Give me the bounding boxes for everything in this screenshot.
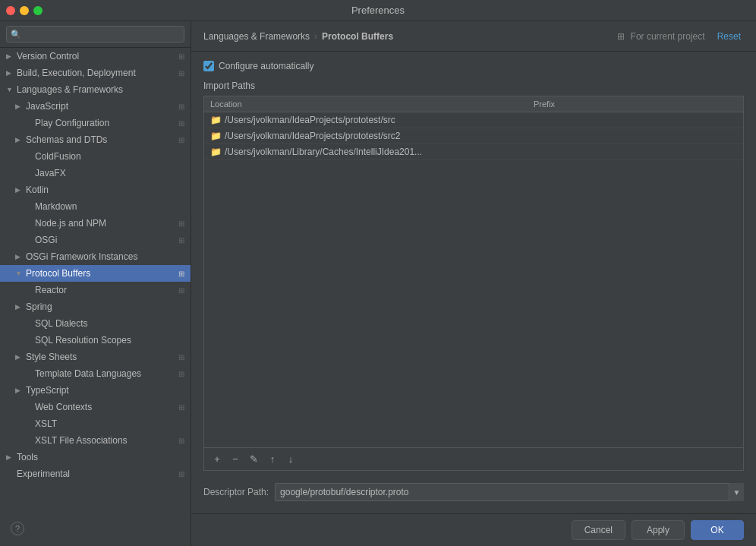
sidebar-item-reactor[interactable]: Reactor⊞	[0, 282, 191, 298]
table-row[interactable]: 📁/Users/jvolkman/IdeaProjects/prototest/…	[204, 112, 743, 128]
configure-auto-checkbox[interactable]	[203, 61, 214, 71]
folder-icon: 📁	[210, 131, 222, 141]
breadcrumb-separator: ›	[314, 31, 317, 42]
sidebar-item-label: Spring	[26, 301, 184, 312]
descriptor-dropdown-button[interactable]: ▼	[729, 483, 744, 501]
minimize-button[interactable]	[20, 6, 29, 15]
item-settings-icon: ⊞	[178, 370, 184, 378]
prefix-cell	[474, 144, 743, 160]
sidebar-item-play-configuration[interactable]: Play Configuration⊞	[0, 115, 191, 131]
prefix-cell	[474, 112, 743, 128]
breadcrumb: Languages & Frameworks › Protocol Buffer…	[203, 31, 393, 42]
sidebar-item-osgi[interactable]: OSGi⊞	[0, 232, 191, 248]
sidebar-item-label: XSLT File Associations	[35, 435, 178, 446]
move-up-button[interactable]: ↑	[264, 451, 281, 467]
sidebar-item-label: Experimental	[17, 469, 178, 479]
sidebar-item-version-control[interactable]: Version Control⊞	[0, 48, 191, 65]
sidebar-item-javafx[interactable]: JavaFX	[0, 165, 191, 181]
sidebar-item-protocol-buffers[interactable]: Protocol Buffers⊞	[0, 265, 191, 282]
sidebar-item-label: OSGi Framework Instances	[26, 251, 184, 262]
location-cell: 📁/Users/jvolkman/IdeaProjects/prototest/…	[204, 128, 474, 144]
folder-icon: 📁	[210, 147, 222, 157]
project-icon: ⊞	[617, 31, 625, 42]
sidebar-item-markdown[interactable]: Markdown	[0, 198, 191, 215]
sidebar-item-kotlin[interactable]: Kotlin	[0, 181, 191, 198]
main-layout: 🔍 Version Control⊞Build, Execution, Depl…	[0, 21, 756, 546]
location-text: /Users/jvolkman/IdeaProjects/prototest/s…	[225, 131, 400, 141]
col-prefix-header: Prefix	[528, 96, 743, 112]
sidebar-item-label: JavaFX	[35, 168, 184, 178]
sidebar-item-osgi-framework[interactable]: OSGi Framework Instances	[0, 248, 191, 265]
configure-auto-row: Configure automatically	[203, 61, 744, 71]
sidebar-item-label: Schemas and DTDs	[26, 134, 178, 145]
item-settings-icon: ⊞	[178, 470, 184, 478]
search-icon: 🔍	[11, 30, 21, 39]
arrow-icon	[15, 253, 23, 260]
sidebar-item-label: ColdFusion	[35, 151, 184, 162]
edit-path-button[interactable]: ✎	[245, 451, 263, 467]
sidebar-item-label: Web Contexts	[35, 402, 178, 412]
sidebar-item-web-contexts[interactable]: Web Contexts⊞	[0, 399, 191, 415]
window-title: Preferences	[351, 5, 405, 16]
arrow-icon	[6, 69, 14, 77]
location-text: /Users/jvolkman/IdeaProjects/prototest/s…	[225, 115, 395, 125]
table-row[interactable]: 📁/Users/jvolkman/IdeaProjects/prototest/…	[204, 128, 743, 144]
arrow-icon	[15, 103, 23, 110]
location-cell: 📁/Users/jvolkman/IdeaProjects/prototest/…	[204, 112, 474, 128]
sidebar-item-template-data[interactable]: Template Data Languages⊞	[0, 365, 191, 382]
item-settings-icon: ⊞	[178, 353, 184, 361]
ok-button[interactable]: OK	[691, 520, 744, 540]
col-location-header: Location	[204, 96, 528, 112]
item-settings-icon: ⊞	[178, 286, 184, 295]
item-settings-icon: ⊞	[178, 119, 184, 128]
move-down-button[interactable]: ↓	[282, 451, 299, 467]
item-settings-icon: ⊞	[178, 103, 184, 111]
configure-auto-label: Configure automatically	[219, 61, 313, 71]
sidebar-item-sql-dialects[interactable]: SQL Dialects	[0, 315, 191, 332]
for-project-label: ⊞ For current project	[617, 31, 704, 42]
search-input[interactable]	[6, 26, 184, 43]
help-button[interactable]: ?	[11, 522, 24, 535]
remove-path-button[interactable]: −	[227, 451, 244, 467]
sidebar-item-label: Markdown	[35, 201, 184, 212]
sidebar-item-languages-frameworks[interactable]: Languages & Frameworks	[0, 81, 191, 98]
sidebar-item-label: Template Data Languages	[35, 368, 178, 379]
sidebar-item-style-sheets[interactable]: Style Sheets⊞	[0, 349, 191, 365]
content-header: Languages & Frameworks › Protocol Buffer…	[191, 21, 756, 52]
sidebar-item-tools[interactable]: Tools	[0, 449, 191, 466]
sidebar-item-build-execution[interactable]: Build, Execution, Deployment⊞	[0, 65, 191, 81]
table-row[interactable]: 📁/Users/jvolkman/Library/Caches/IntelliJ…	[204, 144, 743, 160]
sidebar-item-coldfusion[interactable]: ColdFusion	[0, 148, 191, 165]
location-cell: 📁/Users/jvolkman/Library/Caches/IntelliJ…	[204, 144, 474, 160]
maximize-button[interactable]	[33, 6, 43, 15]
sidebar-item-label: SQL Dialects	[35, 318, 184, 329]
close-button[interactable]	[6, 6, 15, 15]
sidebar-item-spring[interactable]: Spring	[0, 298, 191, 315]
sidebar-item-nodejs-npm[interactable]: Node.js and NPM⊞	[0, 215, 191, 232]
sidebar-item-label: Languages & Frameworks	[17, 84, 184, 95]
sidebar-item-label: XSLT	[35, 418, 184, 429]
sidebar-item-sql-resolution[interactable]: SQL Resolution Scopes	[0, 332, 191, 349]
sidebar-item-xslt-file[interactable]: XSLT File Associations⊞	[0, 432, 191, 449]
add-path-button[interactable]: +	[209, 451, 225, 467]
item-settings-icon: ⊞	[178, 52, 184, 61]
cancel-button[interactable]: Cancel	[572, 520, 625, 540]
sidebar-item-experimental[interactable]: Experimental⊞	[0, 466, 191, 482]
sidebar-item-xslt[interactable]: XSLT	[0, 415, 191, 432]
sidebar-item-javascript[interactable]: JavaScript⊞	[0, 98, 191, 115]
sidebar-item-label: TypeScript	[26, 385, 184, 396]
reset-button[interactable]: Reset	[714, 30, 744, 43]
import-paths-title: Import Paths	[203, 80, 744, 91]
arrow-icon	[6, 453, 14, 461]
item-settings-icon: ⊞	[178, 437, 184, 445]
content-footer: Cancel Apply OK	[191, 513, 756, 546]
descriptor-input[interactable]	[275, 483, 744, 501]
item-settings-icon: ⊞	[178, 219, 184, 228]
arrow-icon	[15, 270, 23, 277]
apply-button[interactable]: Apply	[632, 520, 685, 540]
arrow-icon	[15, 387, 23, 394]
sidebar-item-typescript[interactable]: TypeScript	[0, 382, 191, 399]
sidebar-item-schemas-dtds[interactable]: Schemas and DTDs⊞	[0, 131, 191, 148]
item-settings-icon: ⊞	[178, 270, 184, 278]
item-settings-icon: ⊞	[178, 236, 184, 245]
